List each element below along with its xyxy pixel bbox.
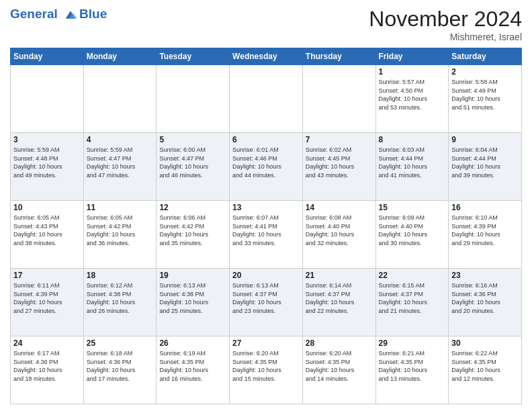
cell-r0-c3 (230, 65, 303, 133)
day-number: 7 (306, 135, 373, 144)
location: Mishmeret, Israel (369, 32, 522, 42)
cell-r3-c5: 22Sunrise: 6:15 AMSunset: 4:37 PMDayligh… (375, 269, 449, 336)
calendar-row-0: 1Sunrise: 5:57 AMSunset: 4:50 PMDaylight… (11, 65, 522, 133)
day-number: 18 (87, 271, 154, 280)
logo-blue: Blue (79, 7, 107, 21)
cell-r2-c2: 12Sunrise: 6:06 AMSunset: 4:42 PMDayligh… (157, 201, 230, 269)
day-info: Sunrise: 6:05 AMSunset: 4:43 PMDaylight:… (13, 214, 81, 247)
day-info: Sunrise: 6:09 AMSunset: 4:40 PMDaylight:… (379, 214, 446, 247)
day-number: 11 (87, 203, 154, 212)
day-number: 5 (159, 135, 226, 144)
day-number: 17 (13, 271, 81, 280)
day-info: Sunrise: 6:18 AMSunset: 4:36 PMDaylight:… (87, 349, 154, 383)
cell-r1-c1: 4Sunrise: 5:59 AMSunset: 4:47 PMDaylight… (83, 133, 157, 201)
day-info: Sunrise: 6:19 AMSunset: 4:35 PMDaylight:… (159, 349, 226, 383)
cell-r2-c5: 15Sunrise: 6:09 AMSunset: 4:40 PMDayligh… (375, 201, 449, 269)
day-number: 19 (159, 271, 226, 280)
calendar-row-2: 10Sunrise: 6:05 AMSunset: 4:43 PMDayligh… (11, 201, 522, 269)
cell-r2-c1: 11Sunrise: 6:05 AMSunset: 4:42 PMDayligh… (83, 201, 157, 269)
day-info: Sunrise: 6:12 AMSunset: 4:38 PMDaylight:… (87, 281, 154, 315)
day-info: Sunrise: 6:15 AMSunset: 4:37 PMDaylight:… (379, 281, 446, 315)
cell-r2-c3: 13Sunrise: 6:07 AMSunset: 4:41 PMDayligh… (230, 201, 303, 269)
logo-icon (63, 9, 78, 21)
calendar-row-4: 24Sunrise: 6:17 AMSunset: 4:36 PMDayligh… (11, 336, 522, 404)
day-info: Sunrise: 6:13 AMSunset: 4:37 PMDaylight:… (232, 281, 300, 315)
day-info: Sunrise: 6:02 AMSunset: 4:45 PMDaylight:… (306, 146, 373, 179)
day-number: 25 (87, 338, 154, 348)
header-sunday: Sunday (11, 48, 84, 65)
day-number: 26 (159, 338, 226, 348)
cell-r3-c0: 17Sunrise: 6:11 AMSunset: 4:39 PMDayligh… (11, 269, 84, 336)
day-info: Sunrise: 6:01 AMSunset: 4:46 PMDaylight:… (232, 146, 300, 179)
day-number: 27 (232, 338, 300, 348)
cell-r4-c2: 26Sunrise: 6:19 AMSunset: 4:35 PMDayligh… (157, 336, 230, 404)
day-number: 30 (451, 338, 519, 348)
cell-r4-c1: 25Sunrise: 6:18 AMSunset: 4:36 PMDayligh… (83, 336, 157, 404)
logo-general: General (10, 7, 58, 21)
day-info: Sunrise: 6:16 AMSunset: 4:36 PMDaylight:… (451, 281, 519, 315)
cell-r0-c4 (302, 65, 375, 133)
header-saturday: Saturday (449, 48, 522, 65)
day-info: Sunrise: 6:21 AMSunset: 4:35 PMDaylight:… (379, 349, 446, 383)
cell-r1-c0: 3Sunrise: 5:59 AMSunset: 4:48 PMDaylight… (11, 133, 84, 201)
cell-r1-c4: 7Sunrise: 6:02 AMSunset: 4:45 PMDaylight… (302, 133, 375, 201)
header-thursday: Thursday (302, 48, 375, 65)
calendar-row-3: 17Sunrise: 6:11 AMSunset: 4:39 PMDayligh… (11, 269, 522, 336)
cell-r0-c0 (11, 65, 84, 133)
cell-r4-c5: 29Sunrise: 6:21 AMSunset: 4:35 PMDayligh… (375, 336, 449, 404)
day-number: 23 (451, 271, 519, 280)
day-number: 10 (13, 203, 81, 212)
cell-r3-c6: 23Sunrise: 6:16 AMSunset: 4:36 PMDayligh… (449, 269, 522, 336)
day-number: 13 (232, 203, 300, 212)
month-title: November 2024 (369, 7, 522, 32)
day-info: Sunrise: 6:20 AMSunset: 4:35 PMDaylight:… (306, 349, 373, 383)
cell-r1-c5: 8Sunrise: 6:03 AMSunset: 4:44 PMDaylight… (375, 133, 449, 201)
calendar-row-1: 3Sunrise: 5:59 AMSunset: 4:48 PMDaylight… (11, 133, 522, 201)
day-number: 1 (379, 67, 446, 77)
day-info: Sunrise: 6:22 AMSunset: 4:35 PMDaylight:… (451, 349, 519, 383)
cell-r2-c6: 16Sunrise: 6:10 AMSunset: 4:39 PMDayligh… (449, 201, 522, 269)
cell-r1-c2: 5Sunrise: 6:00 AMSunset: 4:47 PMDaylight… (157, 133, 230, 201)
cell-r0-c6: 2Sunrise: 5:58 AMSunset: 4:49 PMDaylight… (449, 65, 522, 133)
cell-r0-c2 (157, 65, 230, 133)
day-number: 21 (306, 271, 373, 280)
day-number: 2 (451, 67, 519, 77)
header-wednesday: Wednesday (230, 48, 303, 65)
page: General Blue November 2024 Mishmeret, Is… (0, 0, 532, 411)
day-info: Sunrise: 6:11 AMSunset: 4:39 PMDaylight:… (13, 281, 81, 315)
weekday-header-row: Sunday Monday Tuesday Wednesday Thursday… (11, 48, 522, 65)
day-info: Sunrise: 6:08 AMSunset: 4:40 PMDaylight:… (306, 214, 373, 247)
day-info: Sunrise: 5:57 AMSunset: 4:50 PMDaylight:… (379, 78, 446, 111)
day-number: 6 (232, 135, 300, 144)
day-number: 14 (306, 203, 373, 212)
day-info: Sunrise: 6:10 AMSunset: 4:39 PMDaylight:… (451, 214, 519, 247)
day-number: 22 (379, 271, 446, 280)
title-block: November 2024 Mishmeret, Israel (369, 7, 522, 42)
cell-r1-c6: 9Sunrise: 6:04 AMSunset: 4:44 PMDaylight… (449, 133, 522, 201)
cell-r4-c0: 24Sunrise: 6:17 AMSunset: 4:36 PMDayligh… (11, 336, 84, 404)
day-number: 15 (379, 203, 446, 212)
day-info: Sunrise: 6:07 AMSunset: 4:41 PMDaylight:… (232, 214, 300, 247)
day-info: Sunrise: 5:59 AMSunset: 4:47 PMDaylight:… (87, 146, 154, 179)
day-number: 12 (159, 203, 226, 212)
day-info: Sunrise: 6:14 AMSunset: 4:37 PMDaylight:… (306, 281, 373, 315)
cell-r4-c3: 27Sunrise: 6:20 AMSunset: 4:35 PMDayligh… (230, 336, 303, 404)
day-info: Sunrise: 6:05 AMSunset: 4:42 PMDaylight:… (87, 214, 154, 247)
day-number: 20 (232, 271, 300, 280)
cell-r4-c6: 30Sunrise: 6:22 AMSunset: 4:35 PMDayligh… (449, 336, 522, 404)
day-number: 8 (379, 135, 446, 144)
header-tuesday: Tuesday (157, 48, 230, 65)
header-friday: Friday (375, 48, 449, 65)
day-number: 3 (13, 135, 81, 144)
header: General Blue November 2024 Mishmeret, Is… (10, 7, 522, 42)
day-info: Sunrise: 6:00 AMSunset: 4:47 PMDaylight:… (159, 146, 226, 179)
day-info: Sunrise: 6:20 AMSunset: 4:35 PMDaylight:… (232, 349, 300, 383)
day-info: Sunrise: 5:59 AMSunset: 4:48 PMDaylight:… (13, 146, 81, 179)
cell-r2-c0: 10Sunrise: 6:05 AMSunset: 4:43 PMDayligh… (11, 201, 84, 269)
cell-r3-c1: 18Sunrise: 6:12 AMSunset: 4:38 PMDayligh… (83, 269, 157, 336)
cell-r0-c5: 1Sunrise: 5:57 AMSunset: 4:50 PMDaylight… (375, 65, 449, 133)
day-number: 24 (13, 338, 81, 348)
day-number: 16 (451, 203, 519, 212)
day-info: Sunrise: 6:03 AMSunset: 4:44 PMDaylight:… (379, 146, 446, 179)
cell-r4-c4: 28Sunrise: 6:20 AMSunset: 4:35 PMDayligh… (302, 336, 375, 404)
